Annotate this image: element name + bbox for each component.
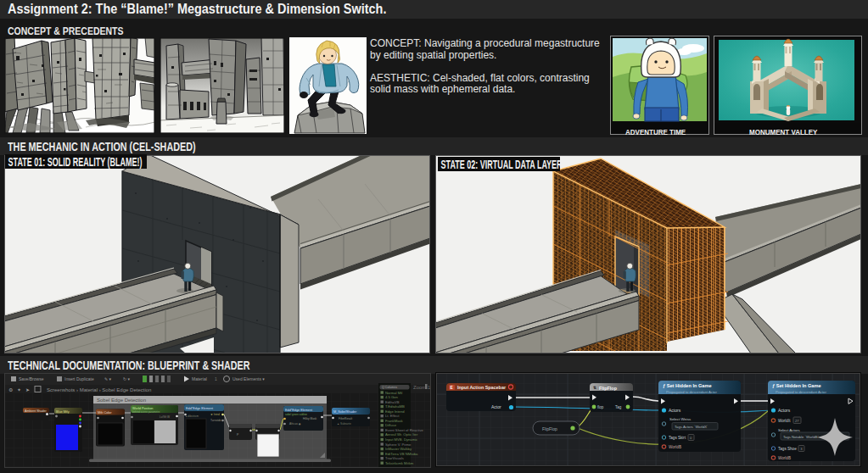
svg-text:Tags.Notable ʾWorldBʿ: Tags.Notable ʾWorldBʿ — [783, 435, 819, 439]
svg-text:Tag: Tag — [615, 405, 622, 409]
svg-text:WorldB: WorldB — [669, 445, 681, 449]
svg-text:T.EdtahaMB: T.EdtahaMB — [385, 404, 405, 409]
svg-text:Insert Duplicate: Insert Duplicate — [64, 376, 94, 381]
svg-text:▸ dilectricm: ▸ dilectricm — [186, 415, 199, 418]
svg-text:✎ ▾: ✎ ▾ — [104, 376, 112, 381]
svg-text:Normal Mtl: Normal Mtl — [385, 391, 402, 395]
svg-text:TriarVisuals: TriarVisuals — [385, 456, 404, 460]
svg-text:1: 1 — [215, 376, 217, 381]
svg-text:Input MVB. Dynamic: Input MVB. Dynamic — [385, 437, 417, 442]
svg-text:Tags.Actors ʾWorldXʿ: Tags.Actors ʾWorldXʿ — [675, 425, 708, 429]
svg-text:flop: flop — [597, 405, 604, 409]
svg-text:ƒ Set Hidden In Game: ƒ Set Hidden In Game — [772, 383, 821, 388]
svg-text:Q Columns: Q Columns — [382, 386, 397, 389]
svg-text:FilterResult: FilterResult — [339, 417, 352, 420]
svg-text:WorldB: WorldB — [778, 456, 791, 460]
svg-text:✦: ✦ — [17, 387, 21, 392]
svg-text:WorldIt: WorldIt — [778, 419, 791, 423]
svg-text:Aerosil Wr. Optic Iter: Aerosil Wr. Optic Iter — [385, 432, 418, 437]
svg-text:Propagated to descendant Actor: Propagated to descendant Actor — [776, 390, 826, 394]
svg-text:Diffuse: Diffuse — [385, 423, 397, 427]
svg-text:FlipFlop: FlipFlop — [542, 426, 557, 431]
svg-text:sobel green subline: sobel green subline — [285, 413, 307, 416]
svg-text:Blue Mtly: Blue Mtly — [56, 410, 70, 414]
svg-text:ƒ Set Hidden In Game: ƒ Set Hidden In Game — [663, 383, 712, 388]
svg-text:Event Sheet of Reactive: Event Sheet of Reactive — [385, 428, 424, 432]
svg-text:Sphere V. Prime: Sphere V. Prime — [385, 442, 412, 447]
svg-text:Actors: Actors — [778, 408, 791, 413]
svg-text:EdthaVB: EdthaVB — [385, 400, 400, 404]
svg-text:Select Weiss: Select Weiss — [669, 417, 692, 421]
svg-text:Screenshots › Material › Sobel: Screenshots › Material › Sobel Edge Dete… — [47, 387, 151, 392]
svg-text:Material: Material — [192, 376, 207, 381]
svg-text:Actors: Actors — [669, 408, 681, 413]
svg-text:EdtTerra VB NMtoba: EdtTerra VB NMtoba — [385, 452, 418, 456]
svg-text:FlipFlop: FlipFlop — [599, 386, 618, 391]
svg-text:Propagated to descendant Actor: Propagated to descendant Actor — [666, 390, 717, 394]
svg-text:⇅: ⇅ — [593, 386, 596, 390]
svg-text:⚙: ⚙ — [8, 387, 13, 392]
svg-text:Africas ◉: Africas ◉ — [289, 422, 301, 426]
svg-text:Ambient Shader: Ambient Shader — [25, 409, 48, 413]
svg-text:FrankMask: FrankMask — [385, 419, 404, 423]
svg-text:Edge Intend: Edge Intend — [385, 409, 405, 414]
svg-text:Mth Color: Mth Color — [98, 411, 112, 415]
svg-text:Zoom 1: Zoom 1 — [413, 385, 431, 390]
svg-text:Actor: Actor — [491, 404, 501, 409]
svg-text:4.5 Gen: 4.5 Gen — [385, 395, 399, 399]
svg-text:★ Intnd: ★ Intnd — [210, 413, 220, 416]
svg-text:Edd*Edge Element: Edd*Edge Element — [285, 409, 313, 412]
svg-text:Tags Shoe: Tags Shoe — [778, 447, 797, 451]
svg-text:Save/Browse: Save/Browse — [19, 376, 44, 381]
svg-text:Hilkiy Mask: Hilkiy Mask — [303, 417, 317, 420]
svg-text:Tekstrkcmk Mitkm: Tekstrkcmk Mitkm — [385, 461, 414, 465]
svg-text:➤: ➤ — [25, 387, 30, 392]
svg-text:Select Actors: Select Actors — [778, 428, 800, 432]
svg-text:Lv/Sft W: Lv/Sft W — [160, 415, 170, 419]
svg-text:InMaster Walkby: InMaster Walkby — [385, 447, 412, 451]
svg-text:M_SobelShader: M_SobelShader — [333, 410, 357, 414]
svg-text:Lt. Effect: Lt. Effect — [385, 414, 400, 418]
svg-text:Sobel Edge Detection: Sobel Edge Detection — [97, 398, 146, 403]
svg-text:Input Action Spacebar: Input Action Spacebar — [457, 385, 507, 390]
svg-text:▲ Subsurte: ▲ Subsurte — [337, 422, 351, 426]
svg-text:27: 27 — [795, 419, 799, 423]
svg-text:Tags Skirt: Tags Skirt — [669, 436, 686, 440]
svg-text:↻ ▾: ↻ ▾ — [123, 376, 131, 381]
svg-text:behind scene parametre: behind scene parametre — [132, 410, 160, 414]
svg-text:Edd*Edge Element: Edd*Edge Element — [186, 407, 214, 410]
svg-text:Turnstde: Turnstde — [210, 419, 221, 422]
svg-text:Used Elements ▾: Used Elements ▾ — [232, 376, 265, 381]
